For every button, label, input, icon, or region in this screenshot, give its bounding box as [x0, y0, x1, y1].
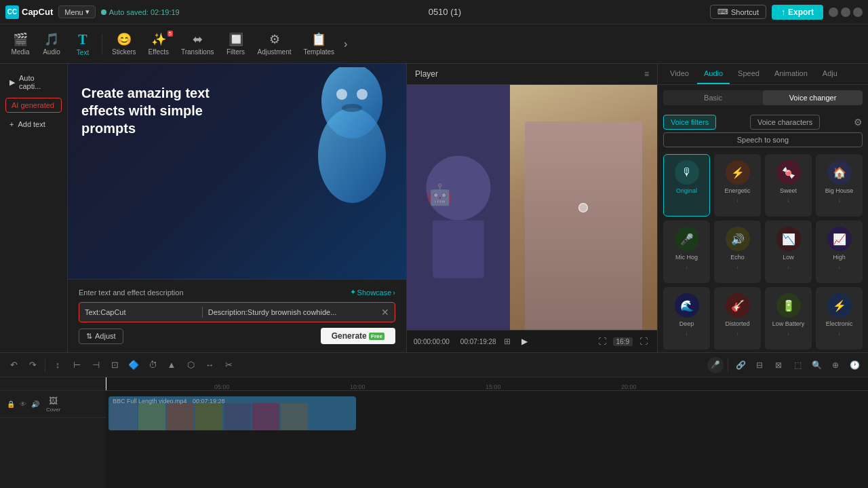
expand-icon[interactable]: ⛶ — [637, 335, 650, 348]
distorted-voice-label: Distorted — [725, 320, 749, 328]
tab-animation[interactable]: Animation — [768, 64, 814, 84]
export-button[interactable]: ↑ Export — [772, 5, 823, 20]
redo-button[interactable]: ↷ — [24, 357, 41, 373]
timeline-settings-icon[interactable]: 🕐 — [846, 357, 863, 373]
timeline-ruler: 05:00 10:00 15:00 20:00 — [106, 377, 868, 391]
ai-generated-button[interactable]: AI generated — [5, 98, 62, 113]
maximize-button[interactable] — [841, 7, 850, 17]
clear-input-button[interactable]: ✕ — [381, 307, 389, 318]
toolbar-text[interactable]: T Text — [68, 29, 98, 59]
speech-to-song-button[interactable]: Speech to song — [663, 132, 863, 147]
video-track[interactable]: BBC Full Length video.mp4 00:07:19:28 — [108, 396, 356, 430]
timeline-split-icon[interactable]: ⊠ — [770, 357, 787, 373]
shape-tool[interactable]: ⬡ — [182, 357, 199, 373]
showcase-label: Showcase — [357, 288, 392, 297]
toolbar-effects[interactable]: ✨ Effects 5 — [143, 29, 174, 58]
showcase-link[interactable]: ✦ Showcase › — [350, 288, 395, 297]
track-filename: BBC Full Length video.mp4 00:07:19:28 — [108, 396, 356, 406]
crop-tool[interactable]: ✂ — [220, 357, 237, 373]
timeline-fit-icon[interactable]: ⬚ — [789, 357, 806, 373]
input-section: Enter text and effect description ✦ Show… — [68, 279, 406, 352]
lowbattery-voice-icon: 🔋 — [776, 293, 801, 318]
player-menu-icon[interactable]: ≡ — [644, 69, 649, 79]
generate-label: Generate — [332, 331, 367, 341]
voice-card-lowbattery[interactable]: 🔋 Low Battery ↓ — [765, 287, 812, 350]
delete-tool[interactable]: ⊡ — [106, 357, 123, 373]
tab-audio[interactable]: Audio — [697, 64, 730, 84]
toolbar-stickers[interactable]: 😊 Stickers — [106, 29, 142, 58]
mask-tool[interactable]: 🔷 — [125, 357, 142, 373]
toolbar-templates[interactable]: 📋 Templates — [298, 29, 340, 58]
text-input-field[interactable] — [85, 308, 197, 316]
text-input-row[interactable]: ✕ — [79, 302, 395, 322]
undo-button[interactable]: ↶ — [5, 357, 22, 373]
audio-track-icon[interactable]: 🔊 — [30, 399, 41, 410]
auto-caption-button[interactable]: ▶ Auto capti... — [3, 70, 64, 94]
record-button[interactable]: 🎤 — [707, 357, 724, 373]
subtab-basic[interactable]: Basic — [663, 90, 763, 105]
toolbar-more-button[interactable]: › — [341, 35, 350, 53]
sweet-voice-label: Sweet — [780, 187, 797, 195]
timeline-merge-icon[interactable]: ⊟ — [751, 357, 768, 373]
voice-filters-button[interactable]: Voice filters — [663, 115, 716, 130]
subtab-voice-changer[interactable]: Voice changer — [763, 90, 863, 105]
voice-characters-button[interactable]: Voice characters — [750, 115, 820, 130]
cover-button[interactable]: 🖼 Cover — [43, 394, 63, 414]
adjust-button[interactable]: ⇅ Adjust — [79, 329, 123, 344]
reverse-tool[interactable]: ▲ — [163, 357, 180, 373]
michog-voice-label: Mic Hog — [675, 254, 698, 261]
voice-card-bighouse[interactable]: 🏠 Big House ↓ — [816, 154, 863, 217]
tab-video-label: Video — [670, 69, 689, 77]
video-thumb-2 — [138, 403, 165, 430]
toolbar-filters[interactable]: 🔲 Filters — [221, 29, 251, 58]
toolbar-adjustment[interactable]: ⚙ Adjustment — [252, 29, 297, 58]
add-text-button[interactable]: + Add text — [3, 116, 64, 132]
tab-adjust[interactable]: Adju — [816, 64, 844, 84]
tab-video[interactable]: Video — [663, 64, 696, 84]
visibility-icon[interactable]: 👁 — [18, 399, 28, 410]
echo-download-icon: ↓ — [736, 264, 739, 270]
generate-button[interactable]: Generate Free — [321, 328, 395, 344]
play-button[interactable]: ▶ — [518, 335, 532, 348]
toolbar-media[interactable]: 🎬 Media — [5, 29, 35, 58]
menu-button[interactable]: Menu ▾ — [58, 5, 96, 18]
extend-left-tool[interactable]: ⊢ — [68, 357, 85, 373]
right-panel: Video Audio Speed Animation Adju Basic V… — [658, 64, 868, 352]
voice-card-low[interactable]: 📉 Low ↓ — [765, 221, 812, 283]
adjustment-icon: ⚙ — [269, 32, 280, 47]
minimize-button[interactable] — [829, 7, 838, 17]
app-logo: CC CapCut — [5, 5, 53, 19]
timeline-link-icon[interactable]: 🔗 — [732, 357, 749, 373]
video-track-inner: BBC Full Length video.mp4 00:07:19:28 — [108, 396, 309, 430]
ai-gen-label: AI generated — [12, 101, 54, 109]
grid-view-icon[interactable]: ⊞ — [500, 335, 514, 348]
voice-card-echo[interactable]: 🔊 Echo ↓ — [714, 221, 761, 283]
voice-card-distorted[interactable]: 🎸 Distorted ↓ — [714, 287, 761, 350]
voice-card-michog[interactable]: 🎤 Mic Hog ↓ — [663, 221, 710, 283]
filter-settings-icon[interactable]: ⚙ — [854, 117, 863, 128]
video-right-pane — [510, 85, 657, 330]
topbar: CC CapCut Menu ▾ Auto saved: 02:19:19 05… — [0, 0, 868, 24]
shortcut-button[interactable]: ⌨ Shortcut — [710, 5, 766, 19]
toolbar-transitions[interactable]: ⬌ Transitions — [176, 29, 220, 58]
voice-card-sweet[interactable]: 🍬 Sweet ↓ — [765, 154, 812, 217]
voice-card-high[interactable]: 📈 High ↓ — [816, 221, 863, 283]
freeze-tool[interactable]: ⏱ — [144, 357, 161, 373]
split-tool[interactable]: ↕ — [50, 357, 66, 373]
timeline-zoom-out-icon[interactable]: 🔍 — [808, 357, 825, 373]
flip-tool[interactable]: ↔ — [201, 357, 218, 373]
tab-speed[interactable]: Speed — [731, 64, 766, 84]
toolbar-audio[interactable]: 🎵 Audio — [37, 29, 66, 58]
close-button[interactable] — [853, 7, 863, 17]
extend-right-tool[interactable]: ⊣ — [87, 357, 104, 373]
voice-card-original[interactable]: 🎙 Original — [663, 154, 710, 217]
voice-card-energetic[interactable]: ⚡ Energetic ↓ — [714, 154, 761, 217]
fullscreen-capture-icon[interactable]: ⛶ — [595, 335, 609, 348]
description-input-field[interactable] — [208, 308, 376, 316]
voice-card-electronic[interactable]: ⚡ Electronic ↓ — [816, 287, 863, 350]
timeline-zoom-in-icon[interactable]: ⊕ — [827, 357, 844, 373]
voice-card-deep[interactable]: 🌊 Deep ↓ — [663, 287, 710, 350]
lock-icon[interactable]: 🔒 — [5, 399, 16, 410]
ruler-mark-5: 05:00 — [214, 383, 230, 390]
low-download-icon: ↓ — [787, 264, 790, 270]
